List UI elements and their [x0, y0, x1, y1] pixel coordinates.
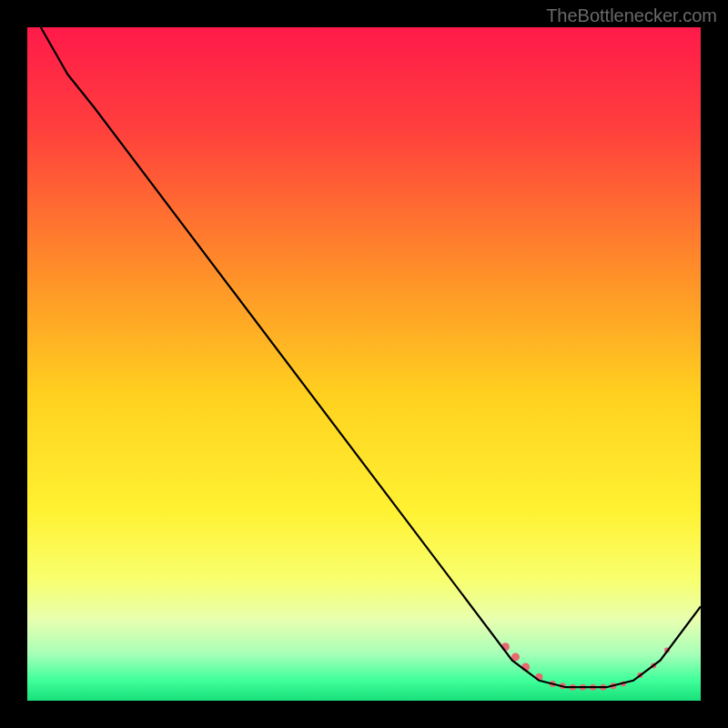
gradient-background: [27, 27, 701, 701]
watermark-text: TheBottlenecker.com: [546, 5, 717, 26]
chart-svg: [27, 27, 701, 701]
chart-frame: [27, 27, 701, 701]
